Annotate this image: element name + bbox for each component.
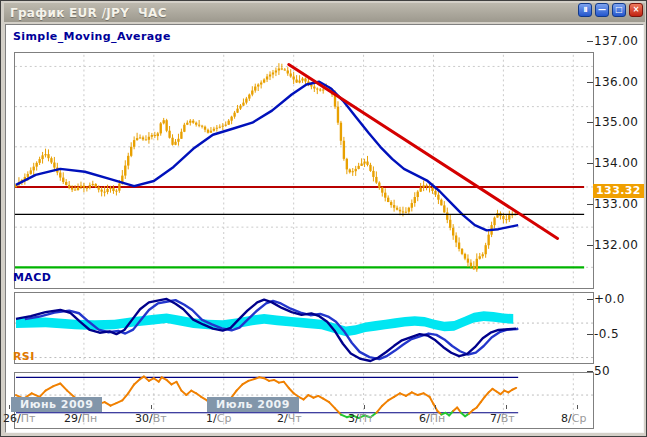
chart-content-area <box>5 24 644 433</box>
maximize-button[interactable]: □ <box>612 3 626 17</box>
pause-button[interactable]: II <box>578 3 592 17</box>
minimize-button[interactable]: — <box>595 3 609 17</box>
window-buttons: II—□× <box>578 3 643 17</box>
price-chart-panel[interactable] <box>14 52 594 289</box>
window-title: График EUR /JPY ЧАС <box>4 6 167 20</box>
chart-window: График EUR /JPY ЧАС II—□× Simple_Moving_… <box>0 0 647 437</box>
rsi-canvas[interactable] <box>15 373 593 428</box>
rsi-panel[interactable] <box>14 372 594 429</box>
close-button[interactable]: × <box>629 3 643 17</box>
price-chart-canvas[interactable] <box>15 53 593 288</box>
window-titlebar[interactable]: График EUR /JPY ЧАС <box>4 3 645 22</box>
macd-panel[interactable] <box>14 292 594 364</box>
macd-canvas[interactable] <box>15 293 593 363</box>
